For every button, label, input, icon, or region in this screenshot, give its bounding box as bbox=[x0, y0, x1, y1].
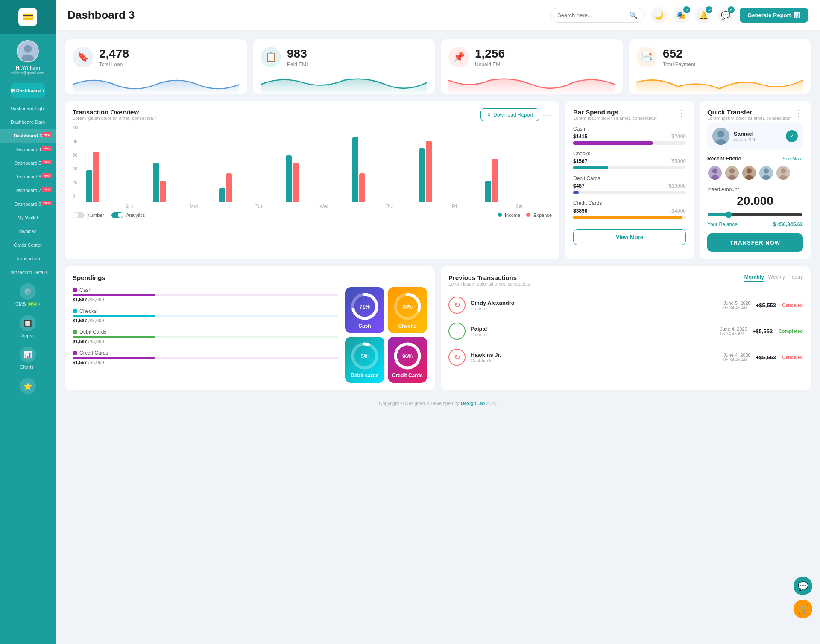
prev-tx-title-wrap: Previous Transactions Lorem ipsum dolor … bbox=[448, 274, 532, 286]
teal-bar-6 bbox=[485, 181, 491, 202]
amount-slider[interactable] bbox=[707, 211, 803, 218]
donut-svg-3: 96% bbox=[392, 341, 422, 371]
sidebar-section-cms[interactable]: ⚙️ CMS New › bbox=[15, 279, 40, 311]
sidebar-item-dashboard-7[interactable]: Dashboard 7New bbox=[0, 184, 56, 197]
bar-spendings-more-btn[interactable]: ⋮ bbox=[677, 108, 686, 118]
download-report-button[interactable]: ⬇ Download Report bbox=[480, 108, 539, 121]
view-more-button[interactable]: View More bbox=[573, 229, 686, 245]
donut-item-1[interactable]: 30% Checks bbox=[388, 287, 427, 333]
tx-status-0: Canceled bbox=[782, 303, 803, 308]
support-fab[interactable]: 💬 bbox=[794, 577, 812, 595]
stat-chart-2 bbox=[448, 72, 615, 94]
sidebar-item-cards-center[interactable]: Cards Center bbox=[0, 238, 56, 252]
transfer-user-row: Samuel @sam224 ✓ bbox=[707, 122, 803, 150]
bar-group-0 bbox=[86, 152, 151, 202]
sidebar-item-dashboard-5[interactable]: Dashboard 5New bbox=[0, 156, 56, 170]
tx-tab-monthly[interactable]: Monthly bbox=[744, 274, 764, 282]
spending-items: Cash $1415 /$2000 Checks $1567 /$5000 De… bbox=[573, 126, 686, 219]
logo-icon: 💳 bbox=[18, 8, 37, 26]
tx-item-2: ↻ Hawkins Jr. Cashback June 4, 2020 05:3… bbox=[448, 344, 803, 370]
topbar: Dashboard 3 🔍 🌙 🎭 2 🔔 12 💬 5 Generate Re… bbox=[56, 0, 820, 31]
page-title: Dashboard 3 bbox=[67, 9, 135, 22]
spending-progress-2 bbox=[573, 191, 686, 194]
spendings-card: Spendings Cash $1,567 /$5,000 Checks $1,… bbox=[65, 266, 435, 390]
topbar-right: 🔍 🌙 🎭 2 🔔 12 💬 5 Generate Report 📊 bbox=[550, 7, 808, 23]
theme-toggle-btn[interactable]: 🌙 bbox=[651, 7, 667, 23]
balance-value: $ 456,345.62 bbox=[773, 221, 803, 227]
balance-row: Your Balance $ 456,345.62 bbox=[707, 221, 803, 227]
sidebar-item-dashboard-light[interactable]: Dashboard Light bbox=[0, 102, 56, 115]
recent-friend-header: Recent Friend See More bbox=[707, 156, 803, 162]
red-bar-5 bbox=[426, 141, 432, 203]
balance-label: Your Balance bbox=[707, 221, 738, 227]
sidebar: 💳 Hi,William william@gmail.com ⊞ Dashboa… bbox=[0, 0, 56, 644]
search-input[interactable] bbox=[557, 12, 626, 18]
sidebar-item-dashboard-4[interactable]: Dashboard 4New bbox=[0, 143, 56, 156]
stat-chart-1 bbox=[261, 72, 427, 94]
message-notifications-btn[interactable]: 💬 5 bbox=[718, 7, 734, 23]
prev-tx-header: Previous Transactions Lorem ipsum dolor … bbox=[448, 274, 803, 286]
more-options-btn[interactable]: ··· bbox=[543, 111, 552, 119]
number-toggle-track[interactable] bbox=[73, 212, 85, 218]
spending-list-item-3: Credit Cards $1,567 /$5,000 bbox=[73, 350, 338, 365]
quick-transfer-title-wrap: Quick Transfer Lorem ipsum dolor sit ame… bbox=[707, 108, 791, 121]
friend-avatar-3 bbox=[741, 165, 757, 181]
sidebar-item-dashboard-6[interactable]: Dashboard 6New bbox=[0, 170, 56, 184]
cart-notifications-btn[interactable]: 🎭 2 bbox=[673, 7, 689, 23]
cart-fab[interactable]: 🛒 bbox=[794, 600, 812, 618]
bar-spendings-title: Bar Spendings bbox=[573, 108, 657, 116]
sidebar-item-transaction-details[interactable]: Transaction Details bbox=[0, 265, 56, 279]
transfer-now-button[interactable]: TRANSFER NOW bbox=[707, 233, 803, 252]
donut-item-3[interactable]: 96% Credit Cards bbox=[388, 337, 427, 383]
donut-item-2[interactable]: 5% Debit cards bbox=[345, 337, 384, 383]
sidebar-item-invoices[interactable]: Invoices bbox=[0, 224, 56, 238]
dashboard-menu-btn[interactable]: ⊞ Dashboard ▾ bbox=[11, 83, 45, 98]
donut-item-0[interactable]: 71% Cash bbox=[345, 287, 384, 333]
sidebar-item-my-wallet[interactable]: My Wallet bbox=[0, 211, 56, 224]
tx-tab-weekly[interactable]: Weekly bbox=[768, 274, 785, 282]
sidebar-section-apps[interactable]: 🔲 Apps › bbox=[15, 311, 40, 342]
stat-label-1: Paid EMI bbox=[287, 61, 308, 67]
brand-link[interactable]: DexignLab bbox=[461, 401, 485, 406]
see-more-link[interactable]: See More bbox=[782, 156, 803, 161]
svg-text:5%: 5% bbox=[361, 353, 369, 359]
analytics-toggle-track[interactable] bbox=[111, 212, 123, 218]
fab-area: 💬 🛒 bbox=[794, 577, 812, 618]
y-axis: 100806040200 bbox=[73, 125, 80, 198]
stat-card-unpaid-emi: 📌 1,256 Unpaid EMI bbox=[441, 39, 623, 94]
svg-point-16 bbox=[764, 168, 769, 173]
x-axis: SunMonTueWedThuFriSat bbox=[97, 204, 552, 209]
income-legend: Income bbox=[498, 213, 520, 218]
arrow-icon-0: › bbox=[39, 302, 40, 306]
stat-label-3: Total Payment bbox=[663, 61, 695, 67]
insert-amount-label: Insert Amount bbox=[707, 186, 803, 192]
quick-transfer-more-btn[interactable]: ⋮ bbox=[794, 108, 803, 118]
donut-svg-0: 71% bbox=[350, 291, 380, 321]
sidebar-section-charts[interactable]: 📊 Charts › bbox=[15, 342, 40, 374]
recent-friend-title: Recent Friend bbox=[707, 156, 741, 162]
tx-tab-today[interactable]: Today bbox=[789, 274, 803, 282]
expense-legend: Expense bbox=[526, 213, 552, 218]
sidebar-item-transaction[interactable]: Transaction bbox=[0, 252, 56, 265]
bell-notifications-btn[interactable]: 🔔 12 bbox=[695, 7, 712, 23]
sidebar-section-star[interactable]: ⭐ bbox=[15, 374, 40, 400]
donut-label-2: Debit cards bbox=[351, 373, 378, 379]
bar-group-1 bbox=[153, 163, 218, 203]
quick-transfer-title: Quick Transfer bbox=[707, 108, 791, 116]
spending-list-item-2: Debit Cards $1,567 /$5,000 bbox=[73, 329, 338, 344]
sidebar-item-dashboard-8[interactable]: Dashboard 8New bbox=[0, 197, 56, 211]
card-title-wrap: Transaction Overview Lorem ipsum dolor s… bbox=[73, 108, 156, 121]
section-badge-0: New bbox=[28, 302, 38, 306]
teal-bar-4 bbox=[352, 137, 358, 202]
user-name: Hi,William bbox=[15, 65, 40, 71]
stat-value-2: 1,256 bbox=[475, 47, 505, 61]
friend-avatar-2 bbox=[724, 165, 740, 181]
chart-icon: 📊 bbox=[794, 12, 800, 18]
tx-amount-1: +$5,553 bbox=[753, 328, 773, 335]
generate-report-button[interactable]: Generate Report 📊 bbox=[740, 8, 808, 23]
previous-transactions-card: Previous Transactions Lorem ipsum dolor … bbox=[441, 266, 811, 390]
sidebar-item-dashboard-dark[interactable]: Dashboard Dark bbox=[0, 115, 56, 129]
sidebar-item-dashboard-3[interactable]: Dashboard 3New bbox=[0, 129, 56, 143]
section-icon-1: 🔲 bbox=[20, 315, 36, 331]
stat-icon-1: 📋 bbox=[261, 47, 281, 67]
